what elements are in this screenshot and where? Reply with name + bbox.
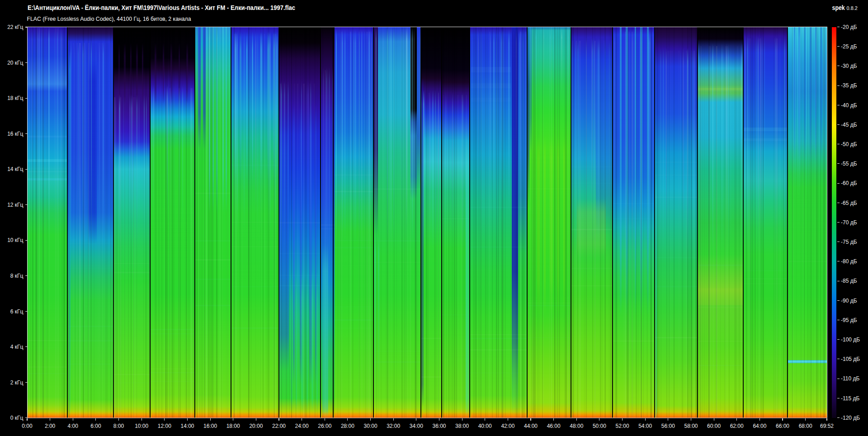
svg-text:-65 дБ: -65 дБ	[841, 200, 857, 206]
svg-text:-115 дБ: -115 дБ	[841, 395, 859, 402]
svg-text:56:00: 56:00	[661, 423, 675, 429]
svg-text:22 кГц: 22 кГц	[7, 24, 23, 30]
svg-text:52:00: 52:00	[616, 423, 629, 429]
svg-text:-30 дБ: -30 дБ	[841, 63, 857, 69]
svg-text:-60 дБ: -60 дБ	[841, 180, 857, 186]
svg-text:6 кГц: 6 кГц	[10, 308, 24, 315]
svg-text:2:00: 2:00	[45, 423, 56, 429]
svg-text:12:00: 12:00	[158, 423, 171, 429]
svg-text:16:00: 16:00	[203, 423, 217, 429]
svg-text:64:00: 64:00	[753, 423, 766, 429]
svg-text:54:00: 54:00	[638, 423, 652, 429]
svg-text:-100 дБ: -100 дБ	[841, 336, 860, 343]
svg-text:4 кГц: 4 кГц	[10, 344, 24, 350]
svg-text:24:00: 24:00	[295, 423, 309, 429]
svg-text:6:00: 6:00	[90, 423, 101, 429]
svg-text:0:00: 0:00	[22, 423, 33, 429]
svg-text:30:00: 30:00	[364, 423, 377, 429]
svg-text:0.8.2: 0.8.2	[847, 5, 858, 11]
svg-text:2 кГц: 2 кГц	[10, 379, 24, 386]
svg-text:36:00: 36:00	[432, 423, 446, 429]
svg-text:-50 дБ: -50 дБ	[841, 141, 857, 147]
svg-text:8 кГц: 8 кГц	[10, 273, 24, 279]
svg-text:FLAC (Free Lossless Audio Code: FLAC (Free Lossless Audio Codec), 44100 …	[27, 15, 191, 22]
svg-text:38:00: 38:00	[455, 423, 469, 429]
svg-text:-120 дБ: -120 дБ	[841, 415, 860, 421]
svg-text:-85 дБ: -85 дБ	[841, 278, 857, 284]
svg-text:28:00: 28:00	[341, 423, 354, 429]
svg-text:0 кГц: 0 кГц	[10, 415, 24, 421]
svg-text:12 кГц: 12 кГц	[7, 202, 23, 208]
svg-text:68:00: 68:00	[799, 423, 812, 429]
svg-text:20:00: 20:00	[249, 423, 263, 429]
svg-text:46:00: 46:00	[547, 423, 561, 429]
svg-text:-55 дБ: -55 дБ	[841, 161, 857, 167]
svg-text:10:00: 10:00	[135, 423, 148, 429]
svg-text:spek: spek	[832, 4, 845, 11]
svg-text:4:00: 4:00	[68, 423, 79, 429]
svg-text:32:00: 32:00	[387, 423, 400, 429]
svg-text:E:\Антициклон\VA - Ёлки-палки,: E:\Антициклон\VA - Ёлки-палки, Хит FM\19…	[28, 4, 295, 11]
svg-text:18 кГц: 18 кГц	[7, 95, 23, 101]
svg-text:22:00: 22:00	[272, 423, 286, 429]
svg-text:-20 дБ: -20 дБ	[841, 24, 857, 30]
svg-text:62:00: 62:00	[730, 423, 744, 429]
svg-text:14:00: 14:00	[180, 423, 194, 429]
svg-text:-80 дБ: -80 дБ	[841, 258, 857, 265]
svg-text:-45 дБ: -45 дБ	[841, 122, 857, 128]
svg-text:44:00: 44:00	[524, 423, 538, 429]
svg-text:60:00: 60:00	[707, 423, 721, 429]
svg-text:-95 дБ: -95 дБ	[841, 317, 857, 323]
svg-text:8:00: 8:00	[113, 423, 124, 429]
svg-text:69:52: 69:52	[820, 423, 834, 429]
svg-text:-35 дБ: -35 дБ	[841, 82, 857, 89]
svg-text:26:00: 26:00	[318, 423, 331, 429]
svg-text:58:00: 58:00	[684, 423, 698, 429]
svg-text:18:00: 18:00	[226, 423, 240, 429]
svg-text:40:00: 40:00	[478, 423, 492, 429]
svg-text:-75 дБ: -75 дБ	[841, 239, 857, 245]
svg-text:-105 дБ: -105 дБ	[841, 356, 860, 362]
svg-text:-25 дБ: -25 дБ	[841, 43, 857, 50]
svg-text:16 кГц: 16 кГц	[7, 131, 23, 137]
svg-text:48:00: 48:00	[570, 423, 583, 429]
svg-text:-90 дБ: -90 дБ	[841, 298, 857, 304]
svg-text:10 кГц: 10 кГц	[7, 237, 23, 243]
svg-text:66:00: 66:00	[776, 423, 789, 429]
svg-text:34:00: 34:00	[410, 423, 423, 429]
svg-text:-40 дБ: -40 дБ	[841, 102, 857, 109]
svg-text:20 кГц: 20 кГц	[7, 60, 23, 66]
svg-text:50:00: 50:00	[593, 423, 606, 429]
svg-text:14 кГц: 14 кГц	[7, 166, 23, 172]
svg-text:-70 дБ: -70 дБ	[841, 219, 857, 226]
svg-text:-110 дБ: -110 дБ	[841, 375, 859, 382]
svg-text:42:00: 42:00	[501, 423, 514, 429]
